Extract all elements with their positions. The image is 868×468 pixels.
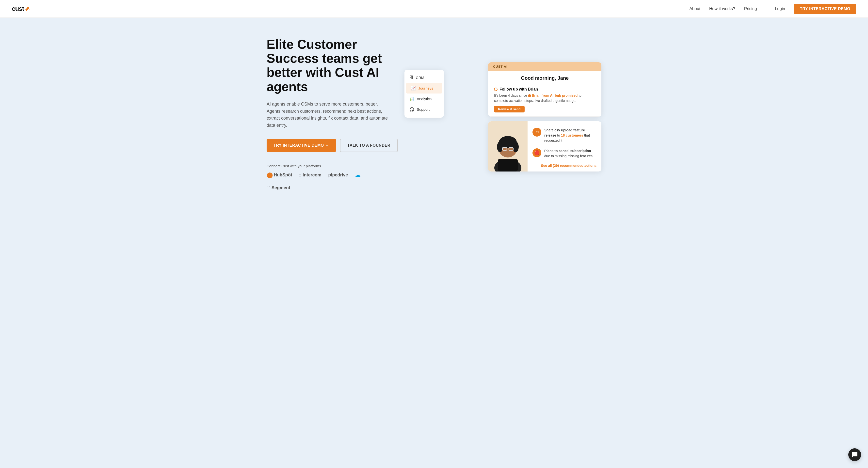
task-title: Follow up with Brian	[494, 87, 595, 92]
main-card: CUST AI Good morning, Jane Follow up wit…	[488, 62, 601, 116]
sidebar-support-label: Support	[417, 107, 430, 111]
see-all-link[interactable]: See all (29) recommended actions	[532, 164, 596, 168]
crm-icon: 🗄	[409, 75, 413, 80]
logo-icon	[24, 6, 31, 12]
pipedrive-logo: pipedrive	[329, 172, 348, 178]
actions-content: ✉ Share csv upload feature release to 18…	[528, 121, 601, 171]
action-cancel-main: Plans to cancel subscription	[544, 149, 591, 153]
action-cancel-suffix: due to missing missing features	[544, 154, 592, 158]
sidebar-crm-label: CRM	[416, 75, 424, 80]
chat-bubble[interactable]	[848, 448, 861, 461]
action-cancel-text: Plans to cancel subscription due to miss…	[544, 148, 596, 159]
nav-divider	[766, 5, 766, 12]
nav-cta-button[interactable]: TRY INTERACTIVE DEMO	[794, 4, 856, 14]
sidebar-journeys-label: Journeys	[418, 86, 433, 90]
logo-text: cust	[12, 5, 24, 12]
hero-subtitle: AI agents enable CSMs to serve more cust…	[267, 101, 390, 129]
analytics-icon: 📊	[409, 96, 414, 101]
svg-point-3	[497, 141, 503, 152]
action-email-prefix: Share	[544, 128, 554, 132]
task-item: Follow up with Brian It's been 4 days si…	[488, 83, 601, 116]
action-email-item: ✉ Share csv upload feature release to 18…	[532, 125, 596, 146]
try-demo-button[interactable]: TRY INTERACTIVE DEMO →	[267, 139, 336, 152]
chat-icon	[851, 452, 858, 458]
hero-right: 🗄 CRM 📈 Journeys 📊 Analytics 🎧 Support C…	[404, 62, 601, 166]
sidebar-support[interactable]: 🎧 Support	[404, 104, 444, 115]
platforms-label: Connect Cust with your platforms	[267, 164, 390, 168]
avatar-panel	[488, 121, 528, 171]
action-email-text: Share csv upload feature release to 18 c…	[544, 128, 596, 143]
intercom-logo: □ intercom	[299, 172, 321, 178]
review-send-button[interactable]: Review & send	[494, 106, 525, 112]
bottom-card: ✉ Share csv upload feature release to 18…	[488, 121, 601, 171]
nav-login[interactable]: Login	[775, 6, 785, 11]
sidebar-analytics-label: Analytics	[417, 97, 432, 101]
hubspot-logo: ⬤ HubSpöt	[267, 172, 292, 178]
task-highlight: Brian from Airbnb promised	[532, 94, 578, 97]
task-desc-prefix: It's been 4 days since	[494, 94, 528, 97]
card-header: CUST AI	[488, 62, 601, 71]
hero-title: Elite Customer Success teams get better …	[267, 37, 390, 94]
action-cancel-item: 🔴 Plans to cancel subscription due to mi…	[532, 146, 596, 161]
nav-about[interactable]: About	[689, 6, 700, 11]
platforms: ⬤ HubSpöt □ intercom pipedrive ☁ ⌒ Segme…	[267, 172, 390, 191]
hero-buttons: TRY INTERACTIVE DEMO → TALK TO A FOUNDER	[267, 139, 390, 152]
card-greeting: Good morning, Jane	[488, 71, 601, 83]
action-email-mid: to	[556, 133, 561, 137]
email-action-icon: ✉	[532, 128, 541, 137]
talk-founder-button[interactable]: TALK TO A FOUNDER	[340, 139, 398, 152]
person-svg	[491, 130, 525, 171]
nav-links: About How it works? Pricing Login TRY IN…	[689, 4, 856, 14]
sidebar-crm[interactable]: 🗄 CRM	[404, 73, 444, 83]
segment-logo: ⌒ Segment	[267, 185, 290, 191]
nav-how-it-works[interactable]: How it works?	[709, 6, 735, 11]
action-email-customers: 18 customers	[561, 133, 583, 137]
support-icon: 🎧	[409, 107, 414, 112]
cancel-avatar-icon: 🔴	[532, 148, 541, 157]
svg-rect-8	[498, 159, 518, 171]
task-title-text: Follow up with Brian	[499, 87, 538, 92]
brian-dot-icon	[528, 94, 531, 97]
sidebar-analytics[interactable]: 📊 Analytics	[404, 94, 444, 104]
sidebar-panel: 🗄 CRM 📈 Journeys 📊 Analytics 🎧 Support	[404, 70, 444, 118]
nav-pricing[interactable]: Pricing	[744, 6, 757, 11]
hero-section: Elite Customer Success teams get better …	[237, 18, 631, 210]
svg-point-4	[513, 141, 519, 152]
hero-left: Elite Customer Success teams get better …	[267, 37, 390, 191]
logo[interactable]: cust	[12, 5, 30, 12]
salesforce-logo: ☁	[355, 172, 361, 178]
navbar: cust About How it works? Pricing Login T…	[0, 0, 868, 18]
sidebar-journeys[interactable]: 📈 Journeys	[406, 83, 442, 94]
task-circle-icon	[494, 88, 497, 91]
task-description: It's been 4 days since Brian from Airbnb…	[494, 93, 595, 103]
person-avatar	[488, 127, 528, 171]
journeys-icon: 📈	[411, 86, 416, 91]
